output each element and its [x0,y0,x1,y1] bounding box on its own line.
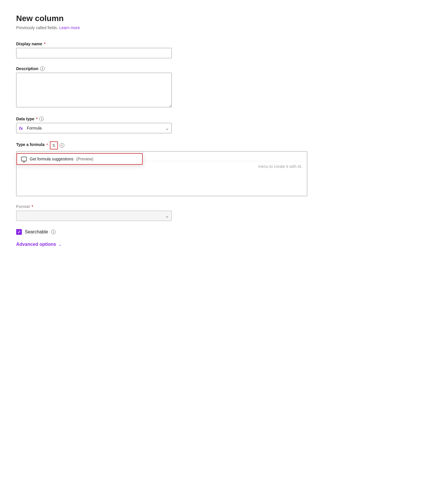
format-required: * [31,204,33,209]
formula-editor-body[interactable]: menu to create it with AI. [16,161,307,196]
page-title: New column [16,14,412,23]
advanced-options-row[interactable]: Advanced options ⌄ [16,242,412,247]
get-formula-suggestions-label: Get formula suggestions [30,157,73,161]
searchable-info-icon[interactable]: i [51,230,56,234]
format-select[interactable] [16,211,172,221]
learn-more-link[interactable]: Learn more [59,25,80,30]
data-type-wrapper: fx Formula ⌄ [16,123,172,133]
display-name-input[interactable] [16,48,172,58]
preview-badge: (Preview) [76,157,93,161]
display-name-label: Display name * [16,42,412,46]
data-type-select[interactable]: Formula [16,123,172,133]
advanced-options-label: Advanced options [16,242,56,247]
advanced-options-chevron-icon: ⌄ [59,242,62,247]
format-section: Format * ⌄ [16,204,412,221]
description-section: Description i [16,66,412,108]
formula-info-icon[interactable]: i [60,143,64,148]
data-type-label: Data type * i [16,117,412,121]
checkbox-check-icon: ✓ [18,230,21,234]
description-info-icon[interactable]: i [40,66,45,71]
description-input[interactable] [16,73,172,107]
searchable-label: Searchable [25,229,48,235]
display-name-section: Display name * [16,42,412,58]
data-type-info-icon[interactable]: i [39,117,44,121]
searchable-row: ✓ Searchable i [16,229,412,235]
formula-label: Type a formula [16,142,45,147]
formula-required: * [46,143,48,148]
display-name-required: * [44,42,45,46]
formula-dropdown-item-suggestions[interactable]: Get formula suggestions (Preview) [16,153,143,165]
chat-icon [21,157,27,161]
searchable-checkbox[interactable]: ✓ [16,229,22,235]
formula-section: Type a formula * ⇅ i Get formula suggest… [16,141,412,196]
formula-dropdown-popup: Get formula suggestions (Preview) [16,153,143,165]
formula-label-row: Type a formula * ⇅ i [16,141,412,149]
format-label: Format * [16,204,412,209]
formula-expand-button[interactable]: ⇅ [50,141,58,149]
page-subtitle: Previously called fields. Learn more [16,25,412,30]
format-wrapper: ⌄ [16,211,172,221]
data-type-section: Data type * i fx Formula ⌄ [16,117,412,133]
description-label: Description i [16,66,412,71]
formula-ai-text: menu to create it with AI. [258,164,302,169]
data-type-required: * [36,117,37,121]
